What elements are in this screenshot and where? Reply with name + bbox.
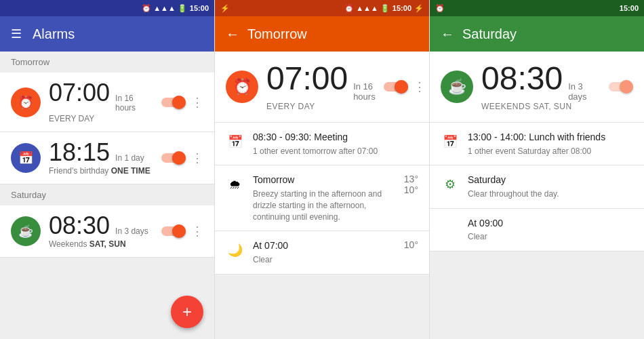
saturday-detail-time: 08:30	[481, 62, 563, 95]
back-arrow-saturday[interactable]: ←	[441, 26, 454, 42]
spacer-3	[430, 252, 644, 339]
alarm-label-0830: Weekends SAT, SUN	[49, 239, 153, 249]
saturday-detail-until: In 3 days	[568, 81, 601, 102]
fab-label: +	[182, 302, 192, 321]
tomorrow-weather-temp: 13° 10°	[404, 174, 418, 195]
tomorrow-alarm-toggle[interactable]	[384, 80, 408, 94]
alarm-more-0700[interactable]: ⋮	[191, 95, 203, 110]
tomorrow-alarm-controls: ⋮	[384, 79, 426, 94]
alarm-toggle-0830[interactable]	[161, 224, 186, 238]
saturday-weather2-content: At 09:00 Clear	[468, 217, 633, 243]
alarm-controls-0700: ⋮	[161, 95, 203, 110]
saturday-detail-time-block: 08:30 In 3 days Weekends SAT, SUN	[481, 62, 601, 111]
saturday-weather-row: ⚙ Saturday Clear throughout the day.	[430, 165, 644, 208]
panel-alarms: ⏰ ▲▲▲ 🔋 15:00 ☰ Alarms Tomorrow ⏰ 07:00 …	[0, 0, 215, 339]
alarm-icon-0830: ☕	[11, 216, 41, 246]
alarm-time-block-1815: 18:15 In 1 day Friend's birthday ONE TIM…	[49, 140, 153, 176]
saturday-title: Saturday	[462, 26, 517, 42]
tomorrow-app-bar: ← Tomorrow	[215, 16, 429, 52]
tomorrow-temp-high: 13°	[404, 174, 418, 184]
tomorrow-weather-title: Tomorrow	[253, 174, 396, 187]
tomorrow-event-row: 📅 08:30 - 09:30: Meeting 1 other event t…	[215, 123, 429, 165]
tomorrow-alarm-card[interactable]: ⏰ 07:00 In 16 hours EVERY DAY ⋮	[215, 52, 429, 123]
tomorrow-detail-time-block: 07:00 In 16 hours EVERY DAY	[266, 62, 376, 111]
alarm-more-1815[interactable]: ⋮	[191, 151, 203, 165]
tomorrow-weather2-desc: Clear	[253, 254, 396, 266]
tomorrow-weather-content: Tomorrow Breezy starting in the afternoo…	[253, 174, 396, 222]
tomorrow-detail-time: 07:00	[266, 62, 348, 95]
status-bar-3: ⏰ 15:00	[430, 0, 644, 16]
saturday-alarm-controls	[609, 80, 633, 94]
back-arrow-tomorrow[interactable]: ←	[226, 26, 239, 42]
saturday-weather-title: Saturday	[468, 174, 633, 187]
tomorrow-event-subtitle: 1 other event tomorrow after 07:00	[253, 146, 418, 157]
alarm-until-0700: In 16 hours	[115, 94, 153, 113]
menu-icon[interactable]: ☰	[11, 26, 22, 41]
spacer-2	[215, 275, 429, 339]
alarm-label-1815: Friend's birthday ONE TIME	[49, 166, 153, 176]
tomorrow-weather2-temp: 10°	[404, 239, 418, 250]
alarm-toggle-1815[interactable]	[161, 151, 186, 165]
tomorrow-detail-label: EVERY DAY	[266, 102, 376, 111]
alarm-item-0700[interactable]: ⏰ 07:00 In 16 hours EVERY DAY ⋮	[0, 73, 214, 132]
tomorrow-event-icon: 📅	[226, 132, 245, 151]
status-time-2: 15:00	[393, 4, 411, 12]
status-icons-2: ⏰ ▲▲▲ 🔋	[344, 4, 390, 13]
tomorrow-event-title: 08:30 - 09:30: Meeting	[253, 131, 418, 144]
tomorrow-weather-desc: Breezy starting in the afternoon and dri…	[253, 188, 396, 222]
panel-tomorrow: ⚡ ⏰ ▲▲▲ 🔋 15:00 ⚡ ← Tomorrow ⏰ 07:00 In …	[215, 0, 430, 339]
saturday-alarm-icon: ☕	[441, 71, 473, 103]
saturday-weather-desc: Clear throughout the day.	[468, 188, 633, 200]
tomorrow-temp-low: 10°	[404, 184, 418, 195]
add-alarm-fab[interactable]: +	[171, 296, 203, 328]
alarm-label-0700: EVERY DAY	[49, 114, 153, 123]
saturday-event-subtitle: 1 other event Saturday after 08:00	[468, 146, 633, 157]
tomorrow-weather-row: 🌧 Tomorrow Breezy starting in the aftern…	[215, 165, 429, 231]
alarm-icon-0700: ⏰	[11, 87, 41, 117]
tomorrow-weather-icon: 🌧	[226, 175, 245, 194]
saturday-weather2-desc: Clear	[468, 231, 633, 243]
status-left-3: ⏰	[435, 4, 445, 13]
tomorrow-weather2-row: 🌙 At 07:00 Clear 10°	[215, 231, 429, 274]
saturday-event-icon: 📅	[441, 132, 460, 151]
alarm-controls-1815: ⋮	[161, 151, 203, 165]
alarm-time-0830: 08:30	[49, 214, 110, 238]
saturday-event-title: 13:00 - 14:00: Lunch with friends	[468, 131, 633, 144]
status-bar-2: ⚡ ⏰ ▲▲▲ 🔋 15:00 ⚡	[215, 0, 429, 16]
status-bar-1: ⏰ ▲▲▲ 🔋 15:00	[0, 0, 214, 16]
tomorrow-moon-icon: 🌙	[226, 241, 245, 260]
saturday-weather2-title: At 09:00	[468, 217, 633, 231]
section-header-tomorrow: Tomorrow	[0, 52, 214, 73]
saturday-weather2-icon	[441, 218, 460, 237]
alarm-until-0830: In 3 days	[115, 226, 148, 236]
alarm-icon-1815: 📅	[11, 143, 41, 173]
alarm-item-1815[interactable]: 📅 18:15 In 1 day Friend's birthday ONE T…	[0, 132, 214, 184]
saturday-alarm-toggle[interactable]	[609, 80, 633, 94]
saturday-weather-content: Saturday Clear throughout the day.	[468, 174, 633, 199]
alarm-item-0830[interactable]: ☕ 08:30 In 3 days Weekends SAT, SUN ⋮	[0, 205, 214, 258]
alarm-more-0830[interactable]: ⋮	[191, 224, 203, 239]
flash-icon-2b: ⚡	[414, 4, 424, 13]
tomorrow-event-content: 08:30 - 09:30: Meeting 1 other event tom…	[253, 131, 418, 157]
saturday-alarm-card[interactable]: ☕ 08:30 In 3 days Weekends SAT, SUN	[430, 52, 644, 123]
alarm-controls-0830: ⋮	[161, 224, 203, 239]
status-time-3: 15:00	[620, 4, 639, 12]
saturday-event-content: 13:00 - 14:00: Lunch with friends 1 othe…	[468, 131, 633, 157]
saturday-weather-icon: ⚙	[441, 175, 460, 194]
saturday-app-bar: ← Saturday	[430, 16, 644, 52]
saturday-detail-label: Weekends SAT, SUN	[481, 102, 601, 111]
saturday-event-row: 📅 13:00 - 14:00: Lunch with friends 1 ot…	[430, 123, 644, 165]
tomorrow-title: Tomorrow	[247, 26, 307, 42]
status-time-1: 15:00	[190, 4, 209, 12]
alarm-until-1815: In 1 day	[115, 153, 144, 163]
tomorrow-detail-until: In 16 hours	[353, 81, 376, 102]
alarm-time-0700: 07:00	[49, 81, 110, 105]
flash-icon-2: ⚡	[220, 4, 230, 13]
section-header-saturday: Saturday	[0, 184, 214, 205]
alarm-time-block-0700: 07:00 In 16 hours EVERY DAY	[49, 81, 153, 123]
alarms-app-bar: ☰ Alarms	[0, 16, 214, 52]
alarms-title: Alarms	[33, 26, 75, 42]
tomorrow-alarm-more[interactable]: ⋮	[414, 79, 426, 94]
alarm-time-block-0830: 08:30 In 3 days Weekends SAT, SUN	[49, 214, 153, 249]
alarm-toggle-0700[interactable]	[161, 96, 186, 109]
